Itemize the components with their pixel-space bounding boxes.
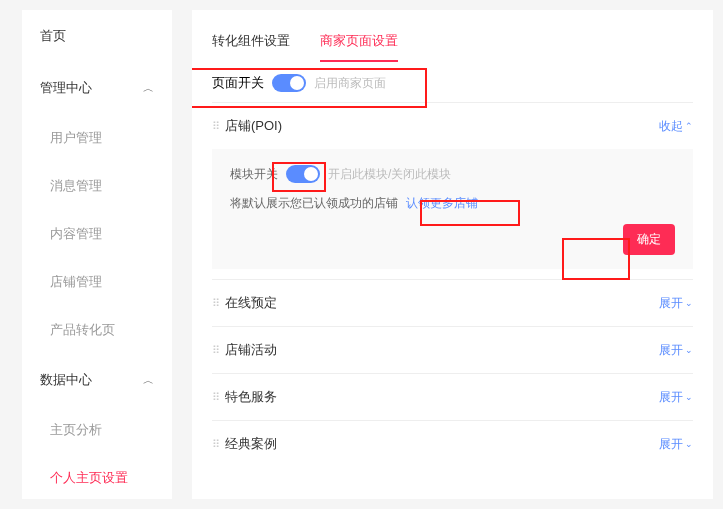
page-toggle-row: 页面开关 启用商家页面 [212,62,693,102]
expand-text: 展开 [659,295,683,312]
chevron-up-icon: ︿ [143,373,154,388]
module-toggle-label: 模块开关 [230,166,278,183]
expand-link[interactable]: 展开 ⌄ [659,389,693,406]
sidebar-label: 首页 [40,27,66,45]
claim-more-link[interactable]: 认领更多店铺 [406,195,478,212]
sidebar-item-profile-settings[interactable]: 个人主页设置 [22,454,172,502]
confirm-button[interactable]: 确定 [623,224,675,255]
sidebar: 首页 管理中心 ︿ 用户管理 消息管理 内容管理 店铺管理 产品转化页 数据中心… [22,10,172,499]
page-toggle-switch[interactable] [272,74,306,92]
default-store-text: 将默认展示您已认领成功的店铺 [230,195,398,212]
section-title-text: 店铺(POI) [225,117,282,135]
sidebar-item-user-mgmt[interactable]: 用户管理 [22,114,172,162]
sidebar-label: 店铺管理 [50,273,102,291]
drag-handle-icon[interactable]: ⠿ [212,297,219,310]
chevron-down-icon: ⌄ [685,392,693,402]
section-title-text: 特色服务 [225,388,277,406]
section-poi-header: ⠿ 店铺(POI) 收起 ⌃ [212,102,693,149]
page-toggle-hint: 启用商家页面 [314,75,386,92]
expand-link[interactable]: 展开 ⌄ [659,295,693,312]
sidebar-item-home-analysis[interactable]: 主页分析 [22,406,172,454]
drag-handle-icon[interactable]: ⠿ [212,344,219,357]
chevron-up-icon: ⌃ [685,121,693,131]
main-content: 转化组件设置 商家页面设置 页面开关 启用商家页面 ⠿ 店铺(POI) 收起 ⌃… [192,10,713,499]
poi-panel: 模块开关 开启此模块/关闭此模块 将默认展示您已认领成功的店铺 认领更多店铺 确… [212,149,693,269]
tab-conversion[interactable]: 转化组件设置 [212,24,290,62]
sidebar-item-product-conv[interactable]: 产品转化页 [22,306,172,354]
chevron-down-icon: ⌄ [685,439,693,449]
drag-handle-icon[interactable]: ⠿ [212,391,219,404]
sidebar-label: 管理中心 [40,79,92,97]
sidebar-item-home[interactable]: 首页 [22,10,172,62]
section-title-text: 在线预定 [225,294,277,312]
expand-link[interactable]: 展开 ⌄ [659,342,693,359]
section-classic-header[interactable]: ⠿ 经典案例 展开 ⌄ [212,420,693,467]
drag-handle-icon[interactable]: ⠿ [212,438,219,451]
page-toggle-label: 页面开关 [212,74,264,92]
expand-text: 展开 [659,342,683,359]
expand-link[interactable]: 展开 ⌄ [659,436,693,453]
sidebar-label: 内容管理 [50,225,102,243]
sidebar-item-mgmt[interactable]: 管理中心 ︿ [22,62,172,114]
chevron-down-icon: ⌄ [685,298,693,308]
chevron-down-icon: ⌄ [685,345,693,355]
tabs: 转化组件设置 商家页面设置 [212,10,693,62]
sidebar-item-content-mgmt[interactable]: 内容管理 [22,210,172,258]
section-title-text: 经典案例 [225,435,277,453]
collapse-link[interactable]: 收起 ⌃ [659,118,693,135]
section-activity-header[interactable]: ⠿ 店铺活动 展开 ⌄ [212,326,693,373]
sidebar-label: 产品转化页 [50,321,115,339]
sidebar-label: 用户管理 [50,129,102,147]
drag-handle-icon[interactable]: ⠿ [212,120,219,133]
collapse-text: 收起 [659,118,683,135]
sidebar-item-data-center[interactable]: 数据中心 ︿ [22,354,172,406]
sidebar-label: 消息管理 [50,177,102,195]
tab-merchant[interactable]: 商家页面设置 [320,24,398,62]
sidebar-label: 主页分析 [50,421,102,439]
sidebar-label: 数据中心 [40,371,92,389]
module-toggle-switch[interactable] [286,165,320,183]
sidebar-item-msg-mgmt[interactable]: 消息管理 [22,162,172,210]
sidebar-item-store-mgmt[interactable]: 店铺管理 [22,258,172,306]
section-title-text: 店铺活动 [225,341,277,359]
sidebar-label: 个人主页设置 [50,469,128,487]
section-booking-header[interactable]: ⠿ 在线预定 展开 ⌄ [212,279,693,326]
expand-text: 展开 [659,436,683,453]
module-toggle-hint: 开启此模块/关闭此模块 [328,166,451,183]
chevron-up-icon: ︿ [143,81,154,96]
expand-text: 展开 [659,389,683,406]
section-feature-header[interactable]: ⠿ 特色服务 展开 ⌄ [212,373,693,420]
